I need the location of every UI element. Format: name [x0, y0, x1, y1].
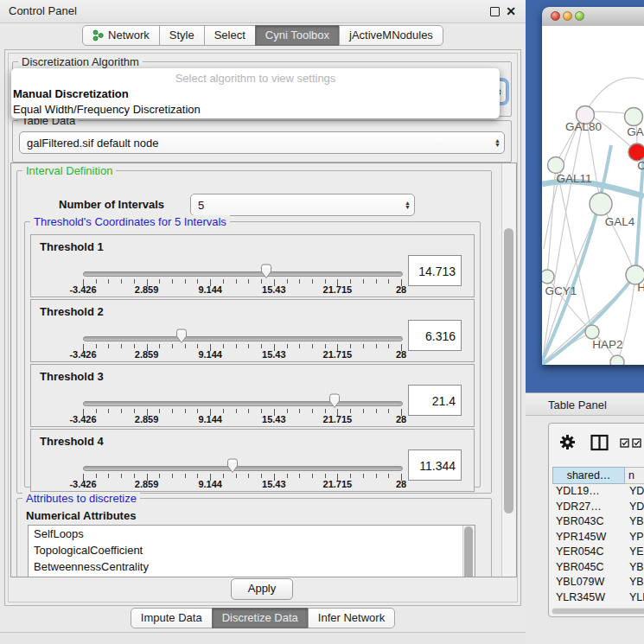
table-cell[interactable]: YDL19…	[552, 484, 624, 500]
slider-knob[interactable]	[259, 264, 273, 279]
checkbox-icon[interactable]	[620, 438, 629, 448]
threshold-value-field[interactable]: 14.713	[408, 255, 462, 286]
network-node[interactable]	[625, 108, 643, 126]
table-cell[interactable]: YBL079W	[552, 575, 624, 590]
network-node-label: GAL4	[605, 215, 635, 228]
table-toolbar	[549, 424, 644, 462]
table-cell[interactable]: YBR043C	[552, 514, 624, 530]
table-cell[interactable]: YDR27…	[552, 500, 624, 515]
table-row[interactable]: YDL19…YDL1	[552, 484, 644, 500]
gear-icon[interactable]	[559, 434, 576, 450]
threshold-value-field[interactable]: 21.4	[408, 385, 462, 416]
slider-tick-label: 9.144	[198, 349, 222, 360]
table-cell[interactable]: YBR045C	[552, 560, 624, 576]
table-cell[interactable]: YER054C	[552, 545, 624, 560]
network-canvas[interactable]: GAL80GACGAL11GAL4GCY1HHAP2	[542, 26, 644, 365]
algorithm-popup: Select algorithm to view settings Manual…	[11, 68, 500, 118]
network-window[interactable]: GAL80GACGAL11GAL4GCY1HHAP2	[542, 7, 644, 365]
tab-impute-data[interactable]: Impute Data	[131, 608, 213, 628]
slider-tick	[363, 344, 364, 348]
network-node[interactable]	[542, 270, 554, 284]
table-cell[interactable]: YER0	[624, 545, 644, 560]
table-row[interactable]: YER054CYER0	[552, 545, 644, 560]
table-cell[interactable]: YDL1	[624, 484, 644, 500]
network-node[interactable]	[585, 325, 599, 339]
table-header-shared[interactable]: shared…	[552, 467, 625, 484]
tab-network[interactable]: Network	[82, 25, 160, 46]
slider-tick	[388, 344, 389, 348]
slider-tick-label: 9.144	[198, 479, 222, 489]
table-cell[interactable]: YDR2	[624, 500, 644, 515]
network-edge[interactable]	[635, 154, 644, 275]
threshold-value-field[interactable]: 11.344	[408, 450, 462, 481]
minimize-traffic-light-icon[interactable]	[563, 11, 572, 21]
table-header-name[interactable]: n	[625, 467, 644, 484]
table-hscrollbar[interactable]	[552, 608, 644, 615]
slider-knob[interactable]	[328, 393, 341, 409]
table-cell[interactable]: YPR145W	[552, 530, 624, 545]
slider-tick	[134, 474, 135, 478]
table-row[interactable]: YBL079WYBL0	[552, 575, 644, 590]
tab-cyni-toolbox[interactable]: Cyni Toolbox	[255, 25, 340, 46]
tab-infer-network[interactable]: Infer Network	[308, 608, 395, 628]
slider-track[interactable]	[83, 466, 403, 471]
algorithm-popup-item[interactable]: Equal Width/Frequency Discretization	[11, 102, 500, 118]
table-row[interactable]: YPR145WYPR1	[552, 530, 644, 545]
split-columns-icon[interactable]	[590, 434, 609, 451]
table-hscrollbar-thumb[interactable]	[552, 609, 644, 614]
slider-track[interactable]	[83, 336, 403, 341]
network-node[interactable]	[628, 143, 644, 161]
attribute-item[interactable]: BetweennessCentrality	[29, 558, 475, 575]
attributes-scrollbar-thumb[interactable]	[464, 526, 473, 577]
combo-arrows-icon: ▲▼	[405, 201, 411, 209]
threshold-value-field[interactable]: 6.316	[408, 320, 462, 351]
table-cell[interactable]: YPR1	[624, 530, 644, 545]
apply-button[interactable]: Apply	[231, 578, 293, 600]
slider-tick	[159, 409, 160, 413]
settings-scrollbar[interactable]	[501, 163, 516, 577]
number-of-intervals-combobox[interactable]: 5 ▲▼	[190, 194, 415, 216]
attribute-item[interactable]: TopologicalCoefficient	[29, 542, 475, 558]
slider-knob[interactable]	[175, 328, 188, 344]
numerical-attributes-list[interactable]: SelfLoopsTopologicalCoefficientBetweenne…	[28, 525, 475, 577]
table-data-combobox[interactable]: galFiltered.sif default node ▲▼	[19, 131, 505, 154]
close-traffic-light-icon[interactable]	[551, 11, 560, 21]
close-icon[interactable]: ✕	[506, 3, 516, 19]
table-data-combobox-value: galFiltered.sif default node	[27, 132, 485, 153]
tab-label: Style	[169, 29, 194, 41]
checkbox-icon[interactable]	[632, 438, 641, 448]
tab-jactivemnodules[interactable]: jActiveMNodules	[339, 25, 443, 46]
table-cell[interactable]: YBR0	[624, 560, 644, 576]
tab-select[interactable]: Select	[204, 25, 256, 46]
table-row[interactable]: YBR045CYBR0	[552, 560, 644, 576]
network-graph: GAL80GACGAL11GAL4GCY1HHAP2	[542, 26, 644, 365]
slider-track[interactable]	[83, 401, 403, 406]
slider-knob[interactable]	[226, 458, 239, 474]
network-window-titlebar[interactable]	[542, 7, 644, 27]
table-row[interactable]: YBR043CYBR0	[552, 514, 644, 530]
network-node-label: H	[637, 281, 644, 294]
tab-discretize-data[interactable]: Discretize Data	[212, 608, 309, 628]
table-cell[interactable]: YLR345W	[552, 590, 624, 606]
network-node[interactable]	[590, 193, 612, 215]
slider-tick	[363, 474, 364, 478]
table-cell[interactable]: YLR3	[624, 590, 644, 606]
slider-tick-label: 21.715	[323, 284, 353, 295]
network-node[interactable]	[548, 157, 564, 174]
zoom-traffic-light-icon[interactable]	[575, 11, 584, 21]
table-cell[interactable]: YBR0	[624, 514, 644, 530]
tab-style[interactable]: Style	[159, 25, 205, 46]
table-row[interactable]: YDR27…YDR2	[552, 500, 644, 515]
float-window-icon[interactable]	[490, 7, 500, 16]
attribute-item[interactable]: SelfLoops	[29, 526, 475, 542]
slider-tick	[108, 409, 109, 413]
table-row[interactable]: YLR345WYLR3	[552, 590, 644, 606]
algorithm-popup-item[interactable]: Manual Discretization	[11, 86, 500, 102]
settings-scrollbar-thumb[interactable]	[504, 228, 513, 513]
table-cell[interactable]: YBL0	[624, 575, 644, 590]
network-node[interactable]	[610, 355, 624, 365]
network-node-label: HAP2	[592, 338, 622, 351]
slider-track[interactable]	[83, 271, 403, 277]
slider-tick	[223, 344, 224, 348]
attributes-scrollbar[interactable]	[462, 526, 475, 577]
